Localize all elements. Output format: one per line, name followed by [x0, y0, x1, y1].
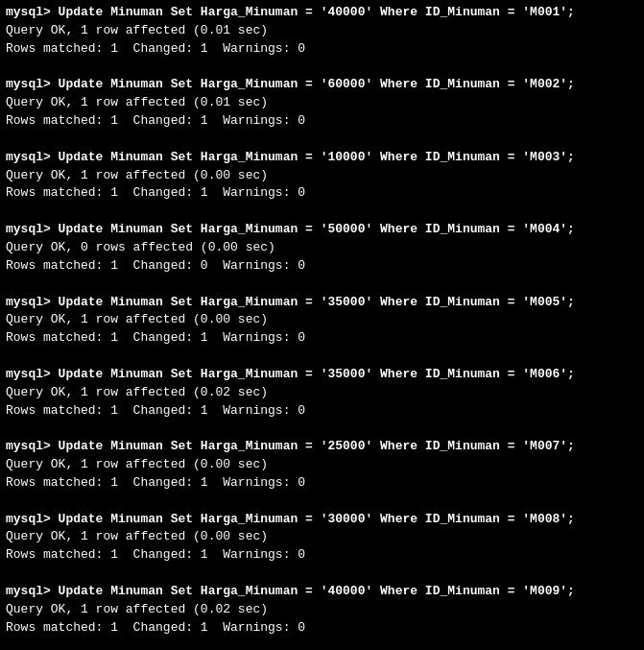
command-line: mysql> Update Minuman Set Harga_Minuman … [6, 221, 638, 239]
result-line-2: Rows matched: 1 Changed: 1 Warnings: 0 [6, 40, 638, 59]
blank-line [6, 420, 638, 438]
blank-line [6, 348, 638, 366]
blank-line [6, 638, 638, 650]
terminal-entry: mysql> Update Minuman Set Harga_Minuman … [6, 76, 638, 131]
blank-line [6, 565, 638, 583]
command-line: mysql> Update Minuman Set Harga_Minuman … [6, 438, 638, 456]
command-line: mysql> Update Minuman Set Harga_Minuman … [6, 294, 638, 312]
result-line-1: Query OK, 1 row affected (0.01 sec) [6, 22, 638, 40]
result-line-2: Rows matched: 1 Changed: 1 Warnings: 0 [6, 184, 638, 203]
result-line-1: Query OK, 1 row affected (0.02 sec) [6, 384, 638, 402]
command-line: mysql> Update Minuman Set Harga_Minuman … [6, 76, 638, 94]
blank-line [6, 203, 638, 221]
result-line-2: Rows matched: 1 Changed: 0 Warnings: 0 [6, 257, 638, 276]
terminal-entry: mysql> Update Minuman Set Harga_Minuman … [6, 511, 638, 566]
result-line-2: Rows matched: 1 Changed: 1 Warnings: 0 [6, 402, 638, 421]
result-line-2: Rows matched: 1 Changed: 1 Warnings: 0 [6, 329, 638, 348]
terminal-entry: mysql> Update Minuman Set Harga_Minuman … [6, 366, 638, 421]
command-line: mysql> Update Minuman Set Harga_Minuman … [6, 583, 638, 601]
result-line-2: Rows matched: 1 Changed: 1 Warnings: 0 [6, 474, 638, 493]
blank-line [6, 276, 638, 294]
result-line-1: Query OK, 1 row affected (0.02 sec) [6, 601, 638, 619]
terminal-entry: mysql> Update Minuman Set Harga_Minuman … [6, 221, 638, 276]
blank-line [6, 493, 638, 511]
result-line-1: Query OK, 1 row affected (0.00 sec) [6, 456, 638, 474]
command-line: mysql> Update Minuman Set Harga_Minuman … [6, 149, 638, 167]
command-line: mysql> Update Minuman Set Harga_Minuman … [6, 4, 638, 22]
blank-line [6, 59, 638, 77]
result-line-1: Query OK, 1 row affected (0.01 sec) [6, 94, 638, 112]
terminal-entry: mysql> Update Minuman Set Harga_Minuman … [6, 294, 638, 349]
result-line-1: Query OK, 1 row affected (0.00 sec) [6, 528, 638, 546]
result-line-1: Query OK, 1 row affected (0.00 sec) [6, 311, 638, 329]
terminal-entry: mysql> Update Minuman Set Harga_Minuman … [6, 149, 638, 204]
result-line-1: Query OK, 1 row affected (0.00 sec) [6, 167, 638, 185]
terminal-entry: mysql> Update Minuman Set Harga_Minuman … [6, 583, 638, 638]
result-line-2: Rows matched: 1 Changed: 1 Warnings: 0 [6, 619, 638, 638]
result-line-2: Rows matched: 1 Changed: 1 Warnings: 0 [6, 112, 638, 131]
terminal-entry: mysql> Update Minuman Set Harga_Minuman … [6, 438, 638, 493]
command-line: mysql> Update Minuman Set Harga_Minuman … [6, 511, 638, 529]
terminal-entry: mysql> Update Minuman Set Harga_Minuman … [6, 4, 638, 59]
command-line: mysql> Update Minuman Set Harga_Minuman … [6, 366, 638, 384]
terminal-output: mysql> Update Minuman Set Harga_Minuman … [6, 4, 638, 650]
result-line-2: Rows matched: 1 Changed: 1 Warnings: 0 [6, 546, 638, 565]
result-line-1: Query OK, 0 rows affected (0.00 sec) [6, 239, 638, 257]
blank-line [6, 131, 638, 149]
